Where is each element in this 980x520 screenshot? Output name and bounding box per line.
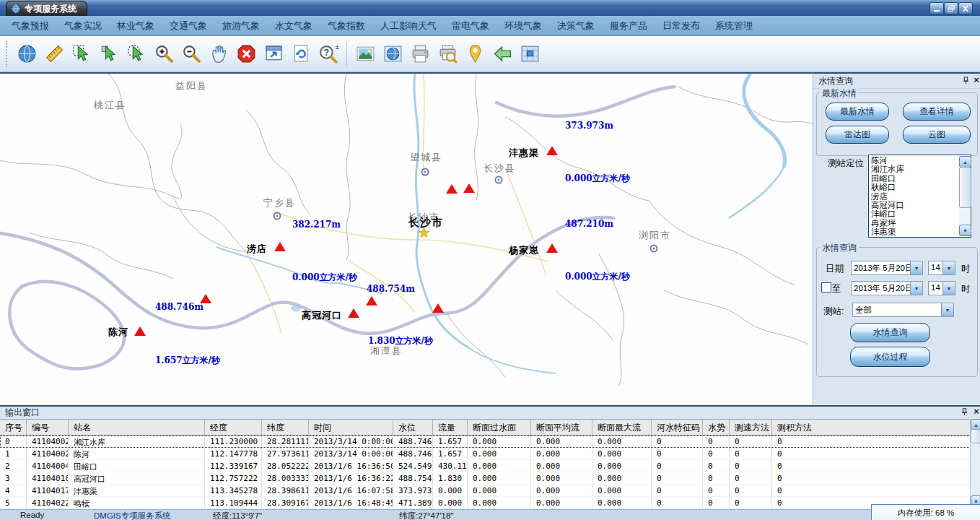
output-close-icon[interactable]: × [971,407,980,417]
hour-combo[interactable]: 14▼ [928,261,955,275]
toolbar-export-image-button[interactable] [351,40,379,68]
pin-icon[interactable] [961,76,971,85]
toolbar-print-button[interactable] [406,40,434,68]
toolbar-select-polygon-button[interactable] [68,40,95,68]
station-list-item[interactable]: 陈河 [871,156,959,165]
menu-item-8[interactable]: 人工影响天气 [380,20,437,32]
toolbar-full-extent-button[interactable] [260,40,287,68]
column-header[interactable]: 断面最大流 [592,420,652,435]
toolbar-print-preview-button[interactable] [434,40,461,68]
station-marker-icon[interactable] [546,243,558,253]
view-details-button[interactable]: 查看详情 [903,103,971,121]
station-marker-icon[interactable] [366,296,377,306]
column-header[interactable]: 测速方法 [730,420,772,435]
station-list-item[interactable]: 沣峪口 [871,209,959,218]
station-marker-icon[interactable] [200,294,211,303]
date-range-checkbox[interactable] [821,282,831,292]
station-combo[interactable]: 全部▼ [852,303,954,317]
station-list-item[interactable]: 高冠河口 [871,201,959,209]
table-row[interactable]: 441104017沣惠渠113.34527828.3986112013/1/6 … [0,485,971,497]
station-marker-icon[interactable] [274,242,286,251]
menu-item-12[interactable]: 服务产品 [610,20,647,32]
menu-item-7[interactable]: 气象指数 [328,20,365,32]
map-canvas[interactable]: 益阳县桃江县宁乡县望城县长沙县长沙市浏阳市湘潭县长沙市沣惠渠杨家崽涝店陈河高冠河… [0,72,813,405]
station-list-item[interactable]: 涝店 [871,192,959,201]
date-combo[interactable]: 2013年 5月20日▼ [851,261,923,275]
toolbar-stop-button[interactable] [232,40,260,68]
restore-button[interactable] [944,2,958,14]
water-query-button[interactable]: 水情查询 [850,323,930,342]
combo-arrow-icon[interactable]: ▼ [942,261,955,274]
column-header[interactable]: 断面平均流 [531,420,592,435]
column-header[interactable]: 序号 [0,420,27,435]
list-scrollbar[interactable]: ▲ ▼ [959,156,970,236]
menu-item-14[interactable]: 系统管理 [715,20,753,32]
column-header[interactable]: 测积方法 [772,420,971,435]
toolbar-globe-button[interactable] [13,40,40,68]
station-list-item[interactable]: 湘江水库 [871,165,959,173]
toolbar-refresh-button[interactable] [287,40,315,68]
pin-icon[interactable] [960,407,969,417]
station-list-item[interactable]: 沣惠渠 [871,228,959,236]
toolbar-grip[interactable] [6,41,10,67]
menu-item-13[interactable]: 日常发布 [662,20,700,32]
menu-item-3[interactable]: 林业气象 [117,20,154,32]
scroll-thumb[interactable] [959,167,971,208]
toolbar-measure-ruler-button[interactable] [40,40,68,68]
menu-item-10[interactable]: 环境气象 [504,20,542,32]
table-row[interactable]: 341104010高冠河口112.75722228.0033332013/1/6… [0,472,971,485]
combo-arrow-icon[interactable]: ▼ [941,303,953,316]
station-marker-icon[interactable] [463,183,475,193]
panel-close-icon[interactable]: × [971,75,980,85]
table-row[interactable]: 241104004田峪口112.33916728.0522222013/1/6 … [0,460,971,472]
column-header[interactable]: 水势 [703,420,730,435]
menu-item-9[interactable]: 雷电气象 [452,20,489,32]
station-marker-icon[interactable] [546,146,558,155]
combo-arrow-icon[interactable]: ▼ [910,261,922,274]
station-listbox[interactable]: 陈河湘江水库田峪口耿峪口涝店高冠河口沣峪口冉家坪沣惠渠 ▲ ▼ [868,155,971,238]
toolbar-previous-view-button[interactable] [489,40,516,68]
toolbar-overview-map-button[interactable] [516,40,543,68]
toolbar-zoom-in-button[interactable] [150,40,178,68]
water-level-process-button[interactable]: 水位过程 [850,347,930,367]
toolbar-location-pin-button[interactable] [461,40,489,68]
toolbar-select-circle-button[interactable] [123,40,150,68]
table-row[interactable]: 141104002陈河112.14777827.9736112013/3/14 … [0,448,971,460]
column-header[interactable]: 断面过水面 [468,420,531,435]
radar-chart-button[interactable]: 雷达图 [826,126,889,144]
scroll-down-icon[interactable]: ▼ [959,225,971,236]
menu-item-2[interactable]: 气象实况 [64,20,102,32]
station-list-item[interactable]: 冉家坪 [871,219,959,228]
station-marker-icon[interactable] [348,308,359,318]
cloud-image-button[interactable]: 云图 [903,126,971,144]
menu-item-4[interactable]: 交通气象 [170,20,207,32]
minimize-button[interactable] [929,2,944,14]
close-button[interactable] [958,2,973,14]
station-marker-icon[interactable] [446,184,458,194]
station-list-item[interactable]: 耿峪口 [871,183,959,191]
column-header[interactable]: 流量 [433,420,468,435]
menu-item-11[interactable]: 决策气象 [557,20,595,32]
column-header[interactable]: 时间 [309,420,393,435]
station-marker-icon[interactable] [134,326,146,336]
column-header[interactable]: 纬度 [262,420,309,435]
toolbar-identify-button[interactable]: ?± [315,40,342,68]
column-header[interactable]: 水位 [393,420,433,435]
scroll-up-icon[interactable]: ▲ [959,156,971,168]
toolbar-select-arrow-button[interactable] [95,40,123,68]
grid-scroll-thumb[interactable] [971,429,980,443]
date2-combo[interactable]: 2013年 5月20日▼ [851,281,923,295]
menu-item-6[interactable]: 水文气象 [275,20,312,32]
combo-arrow-icon[interactable]: ▼ [910,282,922,295]
table-row[interactable]: 041104002湘江水库111.23000028.2811112013/3/1… [0,436,971,448]
table-row[interactable]: 541104022鸣犊113.10944428.3091672013/1/6 1… [0,497,971,509]
column-header[interactable]: 站名 [69,420,205,435]
column-header[interactable]: 经度 [205,420,262,435]
hour2-combo[interactable]: 14▼ [928,281,955,295]
toolbar-zoom-out-button[interactable] [178,40,205,68]
toolbar-pan-hand-button[interactable] [205,40,232,68]
toolbar-world-view-button[interactable] [379,40,406,68]
latest-water-button[interactable]: 最新水情 [826,103,889,121]
grid-scrollbar[interactable]: ▲ ▼ [970,419,980,509]
combo-arrow-icon[interactable]: ▼ [942,282,955,295]
